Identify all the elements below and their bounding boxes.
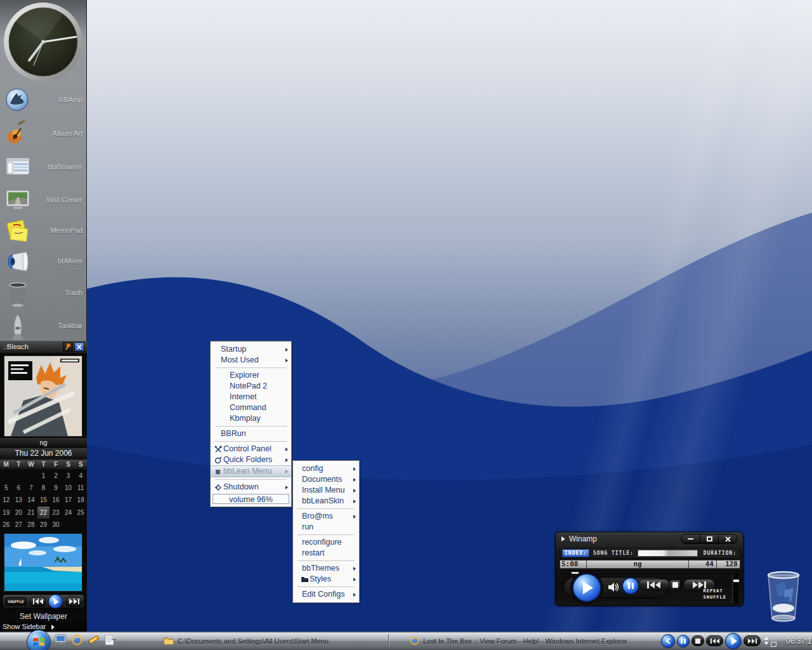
menu-item-internet[interactable]: Internet — [211, 392, 291, 402]
submenu-item-bbthemes[interactable]: bbThemes — [293, 563, 359, 574]
menu-item-notepad2[interactable]: NotePad 2 — [211, 381, 291, 392]
index-button[interactable]: INDEX: — [562, 549, 589, 557]
menu-item-control-panel[interactable]: Control Panel — [211, 444, 291, 454]
calendar-grid[interactable]: 1 2 3 4 5 6 7 8 9 10 11 12 13 14 15 16 1… — [0, 470, 87, 531]
collapse-tray-button[interactable] — [661, 634, 675, 648]
sidebar-item-bbmixer[interactable]: bbMixer — [0, 246, 87, 276]
progress-knob[interactable] — [572, 572, 579, 574]
calendar-day: 21 — [25, 507, 37, 519]
menu-item-kbmplay[interactable]: Kbmplay — [211, 413, 291, 424]
submenu-item-bbleanskin[interactable]: bbLeanSkin — [293, 496, 359, 507]
tray-play-button[interactable] — [725, 633, 742, 649]
sidebar-item-wall-center[interactable]: Wall Center — [0, 185, 87, 215]
close-button[interactable] — [74, 342, 84, 352]
analog-clock[interactable] — [1, 1, 86, 87]
submenu-item-install-menu[interactable]: Install Menu — [293, 485, 359, 496]
previous-track-button[interactable] — [638, 579, 670, 591]
chevron-left-icon — [665, 638, 671, 644]
repeat-toggle[interactable]: REPEAT — [703, 588, 726, 594]
submenu-item-edit-configs[interactable]: Edit Configs — [293, 589, 359, 600]
play-icon — [731, 637, 737, 645]
stop-button[interactable] — [669, 580, 681, 590]
guitar-icon — [4, 121, 30, 149]
folder-icon — [164, 637, 174, 645]
menu-separator — [215, 426, 287, 427]
menu-label: bbLeanSkin — [302, 496, 344, 507]
menu-item-bblean-menu[interactable]: bbLean Menu — [211, 465, 291, 477]
taskbar-task-internet-explorer[interactable]: e Lost In The Box :: View Forum - Help! … — [410, 633, 627, 649]
taskbar-task-start-menu[interactable]: C:\Documents and Settings\All Users\Star… — [164, 633, 329, 649]
submenu-item-reconfigure[interactable]: reconfigure — [293, 537, 359, 548]
play-button[interactable] — [572, 573, 601, 602]
album-art-image[interactable] — [4, 355, 82, 437]
volume-indicator[interactable]: volume 96% — [213, 494, 289, 504]
volume-slider-knob[interactable] — [733, 580, 739, 582]
volume-speaker-icon[interactable] — [608, 582, 619, 592]
submenu-item-styles[interactable]: Styles — [293, 574, 359, 585]
menu-item-quick-folders[interactable]: Quick Folders — [211, 454, 291, 465]
play-wallpaper-button[interactable] — [48, 594, 63, 609]
skip-forward-icon — [69, 599, 79, 604]
menu-item-most-used[interactable]: Most Used — [211, 355, 291, 366]
maximize-button[interactable] — [700, 534, 719, 543]
tray-stop-button[interactable] — [691, 635, 704, 646]
next-wallpaper-button[interactable] — [65, 597, 82, 607]
start-button[interactable] — [27, 630, 51, 650]
menu-label: Kbmplay — [230, 413, 261, 424]
sidebar-item-memopad[interactable]: MemoPad — [0, 215, 87, 246]
recycle-bin-icon[interactable] — [763, 569, 804, 625]
calendar-day: 29 — [37, 519, 50, 531]
submenu-item-restart[interactable]: restart — [293, 548, 359, 559]
pause-button[interactable] — [622, 577, 639, 595]
stop-icon — [672, 582, 678, 588]
menu-label: Control Panel — [223, 444, 272, 454]
shuffle-toggle[interactable]: SHUFFLE — [703, 594, 726, 600]
calendar-day: 26 — [0, 519, 13, 531]
restore-window-icon[interactable] — [771, 642, 776, 647]
submenu-arrow-icon — [285, 486, 288, 489]
seek-slider[interactable] — [638, 550, 698, 557]
submenu-item-run[interactable]: run — [293, 522, 359, 533]
tray-previous-button[interactable] — [706, 635, 723, 646]
submenu-item-documents[interactable]: Documents — [293, 474, 359, 485]
tray-next-button[interactable] — [743, 635, 761, 646]
internet-explorer-icon[interactable]: e — [71, 634, 83, 646]
bleach-titlebar[interactable]: .:Bleach — [0, 341, 87, 353]
quick-launch-overflow-chevron[interactable]: » — [112, 632, 116, 642]
minimize-button[interactable] — [681, 534, 700, 543]
close-icon — [725, 536, 731, 542]
previous-wallpaper-button[interactable] — [29, 597, 46, 607]
shuffle-button[interactable]: SHUFFLE — [5, 597, 27, 606]
volume-slider[interactable] — [734, 574, 738, 604]
calendar-day: 4 — [74, 470, 87, 482]
menu-item-startup[interactable]: Startup — [211, 344, 291, 355]
sidebar-item-label: Album Art — [52, 118, 82, 149]
sidebar-item-bbibrowser[interactable]: bbiBrowser — [0, 152, 87, 182]
calendar-day: 16 — [49, 494, 62, 506]
set-wallpaper-button[interactable]: Set Wallpaper — [0, 611, 87, 622]
sidebar-item-label: bbMixer — [58, 246, 82, 276]
calendar-day: 9 — [49, 482, 62, 494]
close-button[interactable] — [719, 534, 737, 543]
submenu-item-broams[interactable]: Bro@ms — [293, 511, 359, 522]
submenu-item-config[interactable]: config — [293, 463, 359, 474]
tray-scroll-arrows[interactable] — [764, 637, 769, 645]
sidebar-item-trash[interactable]: Trash — [0, 277, 87, 308]
gold-tool-icon[interactable] — [88, 634, 100, 646]
pause-icon — [632, 583, 634, 589]
menu-item-bbrun[interactable]: BBRun — [211, 428, 291, 439]
pause-icon — [628, 583, 630, 589]
menu-item-explorer[interactable]: Explorer — [211, 370, 291, 381]
sidebar-item-taskbar[interactable]: Taskbar — [0, 310, 87, 341]
show-desktop-icon[interactable] — [55, 634, 67, 646]
menu-label: BBRun — [221, 428, 246, 439]
menu-item-shutdown[interactable]: Shutdown — [211, 482, 291, 493]
stop-icon — [695, 639, 700, 644]
menu-item-command[interactable]: Command — [211, 402, 291, 413]
sidebar-item-album-art[interactable]: Album Art — [0, 118, 87, 149]
pin-button[interactable] — [63, 342, 73, 352]
tray-pause-button[interactable] — [677, 635, 690, 647]
taskbar-clock[interactable]: 06:37:17 — [786, 637, 812, 646]
wallpaper-preview-image[interactable] — [4, 533, 82, 592]
sidebar-item-bbamp[interactable]: BBAmp — [0, 84, 87, 115]
